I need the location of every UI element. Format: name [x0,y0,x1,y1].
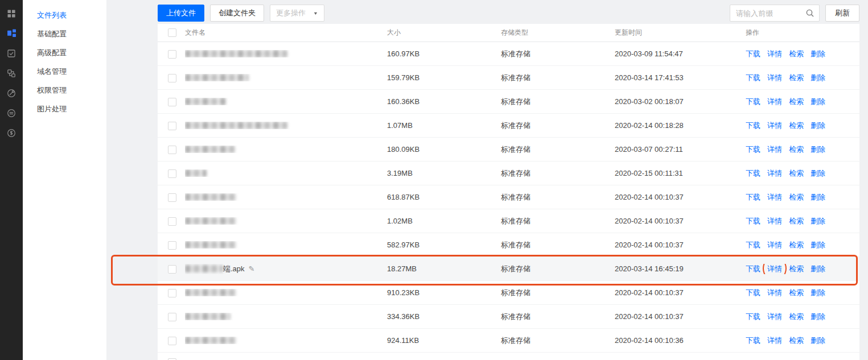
action-retrieve-link[interactable]: 检索 [789,73,804,83]
table-row: 1.07MB 标准存储 2020-02-14 00:18:28 下载详情检索删除 [158,114,859,138]
action-download-link[interactable]: 下载 [746,312,760,322]
row-checkbox[interactable] [168,217,176,226]
action-download-link[interactable]: 下载 [746,288,760,298]
sidebar-item-permission-management[interactable]: 权限管理 [23,81,106,100]
row-checkbox[interactable] [168,289,176,297]
action-delete-link[interactable]: 删除 [811,240,825,250]
row-checkbox[interactable] [168,169,176,178]
sidebar-item-domain-management[interactable]: 域名管理 [23,62,106,81]
action-retrieve-link[interactable]: 检索 [789,168,804,179]
row-checkbox[interactable] [168,146,176,154]
action-retrieve-link[interactable]: 检索 [789,121,804,131]
action-detail-link[interactable]: 详情 [767,73,782,83]
action-detail-link[interactable]: 详情 [767,240,782,250]
masked-filename [185,98,226,105]
action-detail-link[interactable]: 详情 [767,144,782,155]
action-download-link[interactable]: 下载 [746,192,760,202]
action-delete-link[interactable]: 删除 [811,73,825,83]
row-checkbox[interactable] [168,74,176,82]
action-detail-link[interactable]: 详情 [767,288,782,298]
sidebar-item-basic-config[interactable]: 基础配置 [23,24,106,43]
dashboard-grid-icon[interactable] [0,3,23,23]
action-download-link[interactable]: 下载 [746,168,760,179]
search-icon[interactable] [805,9,814,18]
action-retrieve-link[interactable]: 检索 [789,192,804,202]
table-row: 160.97KB 标准存储 2020-03-09 11:54:47 下载详情检索… [158,42,859,66]
action-detail-link[interactable]: 详情 [767,49,782,59]
row-checkbox[interactable] [168,98,176,106]
upload-file-button[interactable]: 上传文件 [158,5,204,22]
action-delete-link[interactable]: 删除 [811,288,825,298]
action-delete-link[interactable]: 删除 [811,312,825,322]
row-checkbox[interactable] [168,265,176,274]
row-checkbox[interactable] [168,50,176,59]
action-retrieve-link[interactable]: 检索 [789,264,804,274]
action-retrieve-link[interactable]: 检索 [789,336,804,346]
update-time: 2020-03-07 00:27:11 [615,145,746,154]
file-toolbar: 上传文件 创建文件夹 更多操作 ▼ 刷新 [158,5,859,22]
update-time: 2020-03-09 11:54:47 [615,49,746,58]
currency-circle-icon[interactable] [0,123,23,143]
action-detail-link[interactable]: 详情 [767,312,782,322]
action-retrieve-link[interactable]: 检索 [789,288,804,298]
action-delete-link[interactable]: 删除 [811,216,825,226]
select-all-checkbox[interactable] [168,28,176,37]
action-retrieve-link[interactable]: 检索 [789,216,804,226]
action-retrieve-link[interactable]: 检索 [789,144,804,155]
prefix-search [730,5,820,22]
masked-filename [185,217,236,225]
action-detail-link[interactable]: 详情 [767,192,782,202]
action-retrieve-link[interactable]: 检索 [789,97,804,107]
action-download-link[interactable]: 下载 [746,121,760,131]
table-row: 924.11KB 标准存储 2020-02-14 00:10:36 下载详情检索… [158,329,859,353]
create-folder-button[interactable]: 创建文件夹 [210,5,264,22]
action-retrieve-link[interactable]: 检索 [789,49,804,59]
action-download-link[interactable]: 下载 [746,73,760,83]
action-delete-link[interactable]: 删除 [811,97,825,107]
tools-circle-icon[interactable] [0,83,23,103]
refresh-button[interactable]: 刷新 [825,5,859,22]
file-list-content: 上传文件 创建文件夹 更多操作 ▼ 刷新 文件名 大小 存储类型 更新时间 操 [106,0,868,360]
table-row: 端.apk ✎ 18.27MB 标准存储 2020-03-14 16:45:19… [158,257,859,281]
billing-coin-icon[interactable] [0,103,23,123]
action-delete-link[interactable]: 删除 [811,192,825,202]
sidebar-item-image-processing[interactable]: 图片处理 [23,100,106,118]
action-delete-link[interactable]: 删除 [811,264,825,274]
row-checkbox[interactable] [168,241,176,250]
action-detail-link[interactable]: 详情 [767,121,782,131]
action-detail-link[interactable]: 详情 [767,97,782,107]
action-detail-link[interactable]: 详情 [767,168,782,179]
row-checkbox[interactable] [168,122,176,130]
action-detail-link[interactable]: 详情 [767,264,782,274]
action-detail-link[interactable]: 详情 [767,336,782,346]
action-retrieve-link[interactable]: 检索 [789,312,804,322]
action-download-link[interactable]: 下载 [746,97,760,107]
action-download-link[interactable]: 下载 [746,264,760,274]
edit-pencil-icon[interactable]: ✎ [249,264,255,273]
more-actions-dropdown[interactable]: 更多操作 ▼ [270,5,324,22]
sidebar-item-file-list[interactable]: 文件列表 [23,6,106,24]
row-checkbox[interactable] [168,193,176,202]
action-delete-link[interactable]: 删除 [811,121,825,131]
row-actions: 下载详情检索删除 [746,192,859,202]
action-download-link[interactable]: 下载 [746,49,760,59]
action-delete-link[interactable]: 删除 [811,336,825,346]
cos-bucket-icon[interactable] [0,23,23,43]
action-download-link[interactable]: 下载 [746,144,760,155]
sidebar-item-advanced-config[interactable]: 高级配置 [23,43,106,62]
action-download-link[interactable]: 下载 [746,216,760,226]
action-retrieve-link[interactable]: 检索 [789,240,804,250]
row-checkbox[interactable] [168,313,176,321]
file-size: 180.09KB [387,145,501,154]
action-download-link[interactable]: 下载 [746,240,760,250]
update-time: 2020-02-15 00:11:31 [615,169,746,177]
task-checkbox-icon[interactable] [0,43,23,63]
update-time: 2020-03-14 16:45:19 [615,264,746,273]
action-delete-link[interactable]: 删除 [811,49,825,59]
action-delete-link[interactable]: 删除 [811,144,825,155]
row-checkbox[interactable] [168,337,176,345]
action-download-link[interactable]: 下载 [746,336,760,346]
topology-share-icon[interactable] [0,63,23,83]
action-delete-link[interactable]: 删除 [811,168,825,179]
action-detail-link[interactable]: 详情 [767,216,782,226]
